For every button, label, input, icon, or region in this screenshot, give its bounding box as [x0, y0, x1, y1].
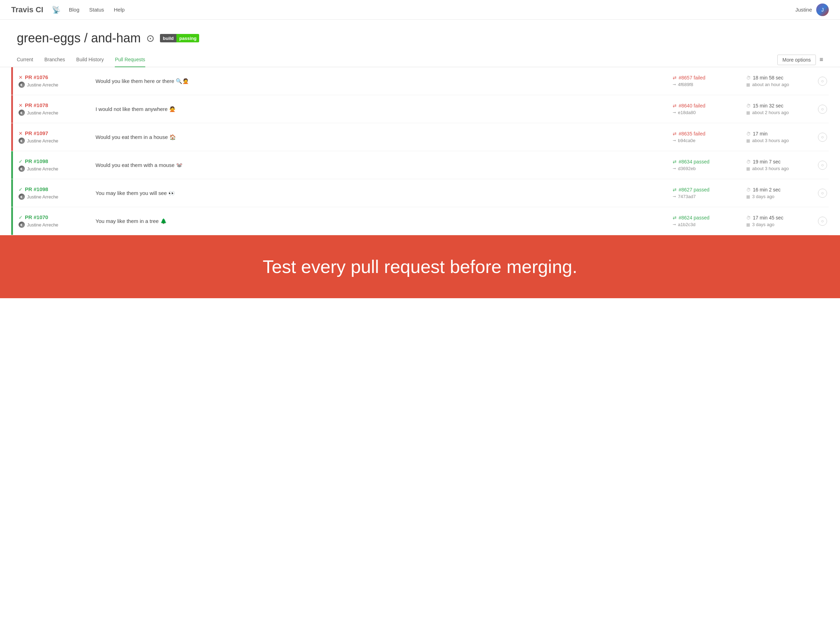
pr-number[interactable]: PR #1076	[25, 74, 48, 80]
pr-action-button[interactable]: ○	[818, 77, 827, 86]
pr-message: You may like them you will see 👀	[96, 190, 673, 196]
ago-value: about 3 hours ago	[752, 166, 789, 171]
pr-number[interactable]: PR #1098	[25, 186, 48, 192]
pr-build-label: #8640 failed	[679, 103, 705, 109]
pr-main: ✕ PR #1076 ◐ Justine Arreche Would you l…	[19, 67, 829, 95]
pr-number[interactable]: PR #1078	[25, 102, 48, 108]
pr-author-line: ◐ Justine Arreche	[19, 82, 96, 88]
pr-status-bar	[11, 151, 13, 179]
pr-build-number[interactable]: ⇄ #8627 passed	[673, 187, 746, 193]
pr-action-button[interactable]: ○	[818, 161, 827, 170]
pr-number[interactable]: PR #1098	[25, 158, 48, 164]
pr-build-number[interactable]: ⇄ #8624 passed	[673, 215, 746, 221]
pr-author-line: ◐ Justine Arreche	[19, 109, 96, 116]
username[interactable]: Justine	[795, 7, 812, 13]
pr-number[interactable]: PR #1097	[25, 130, 48, 136]
pr-time: ⏱ 15 min 32 sec ▦ about 2 hours ago	[746, 103, 816, 115]
pr-number-line: ✕ PR #1097	[19, 130, 96, 136]
nav-status[interactable]: Status	[89, 7, 104, 13]
pr-duration: ⏱ 17 min	[746, 131, 816, 136]
pr-build-label: #8657 failed	[679, 75, 705, 81]
pr-author-line: ◐ Justine Arreche	[19, 221, 96, 228]
pr-message: I would not like them anywhere 🙅	[96, 106, 673, 112]
pr-main: ✓ PR #1098 ◐ Justine Arreche You may lik…	[19, 179, 829, 207]
pr-build-number[interactable]: ⇄ #8640 failed	[673, 103, 746, 109]
pr-time: ⏱ 19 min 7 sec ▦ about 3 hours ago	[746, 159, 816, 171]
pr-status-bar	[11, 95, 13, 123]
pr-build-label: #8627 passed	[679, 187, 709, 193]
more-options-button[interactable]: More options	[777, 55, 816, 65]
github-icon[interactable]: ⊙	[146, 33, 154, 44]
author-avatar: ◐	[19, 194, 25, 200]
pr-status-bar	[11, 179, 13, 207]
pr-build-number[interactable]: ⇄ #8635 failed	[673, 131, 746, 136]
pr-number-line: ✓ PR #1098	[19, 186, 96, 192]
brand-name[interactable]: Travis CI	[11, 5, 43, 14]
tab-current[interactable]: Current	[17, 52, 33, 67]
pr-build-label: #8634 passed	[679, 159, 709, 164]
author-avatar: ◐	[19, 166, 25, 172]
pr-status-bar	[11, 67, 13, 95]
pr-status-icon: ✕	[19, 74, 23, 80]
repo-owner[interactable]: green-eggs	[17, 31, 81, 45]
commit-icon: ⊸	[673, 194, 676, 199]
tab-branches[interactable]: Branches	[44, 52, 65, 67]
pr-list: ✕ PR #1076 ◐ Justine Arreche Would you l…	[0, 67, 840, 235]
pr-duration: ⏱ 16 min 2 sec	[746, 187, 816, 193]
calendar-icon: ▦	[746, 138, 750, 143]
tab-build-history[interactable]: Build History	[76, 52, 104, 67]
commit-hash: a1b2c3d	[678, 222, 695, 227]
pr-main: ✓ PR #1098 ◐ Justine Arreche Would you e…	[19, 151, 829, 179]
pr-action-button[interactable]: ○	[818, 189, 827, 198]
pr-action-button[interactable]: ○	[818, 105, 827, 114]
pr-ago: ▦ about 3 hours ago	[746, 166, 816, 171]
nav-help[interactable]: Help	[114, 7, 125, 13]
repo-header: green-eggs / and-ham ⊙ build passing	[0, 20, 840, 52]
ago-value: about an hour ago	[752, 82, 789, 87]
pr-action: ○	[816, 161, 829, 170]
hamburger-icon[interactable]: ≡	[819, 56, 823, 63]
pr-duration: ⏱ 19 min 7 sec	[746, 159, 816, 164]
pr-action: ○	[816, 189, 829, 198]
promo-text: Test every pull request before merging.	[17, 256, 823, 277]
duration-value: 19 min 7 sec	[753, 159, 780, 164]
pr-row: ✓ PR #1098 ◐ Justine Arreche Would you e…	[11, 151, 829, 179]
badge-build-label: build	[160, 34, 177, 43]
calendar-icon: ▦	[746, 222, 750, 227]
pr-action: ○	[816, 133, 829, 142]
pr-message: You may like them in a tree 🌲	[96, 218, 673, 224]
pr-icon: ⇄	[673, 131, 677, 136]
avatar[interactable]: J	[816, 3, 829, 16]
pr-main: ✓ PR #1070 ◐ Justine Arreche You may lik…	[19, 207, 829, 235]
duration-value: 17 min	[753, 131, 767, 136]
pr-action-button[interactable]: ○	[818, 217, 827, 226]
pr-status-icon: ✕	[19, 103, 23, 108]
commit-icon: ⊸	[673, 138, 676, 143]
author-avatar: ◐	[19, 137, 25, 144]
pr-number-line: ✕ PR #1076	[19, 74, 96, 80]
pr-row: ✓ PR #1098 ◐ Justine Arreche You may lik…	[11, 179, 829, 207]
nav-blog[interactable]: Blog	[69, 7, 79, 13]
repo-name[interactable]: and-ham	[91, 31, 141, 45]
pr-build: ⇄ #8640 failed ⊸ e18da80	[673, 103, 746, 115]
promo-banner: Test every pull request before merging.	[0, 235, 840, 298]
navbar-right: Justine J	[795, 3, 829, 16]
ago-value: about 3 hours ago	[752, 138, 789, 143]
calendar-icon: ▦	[746, 82, 750, 87]
pr-author: Justine Arreche	[27, 110, 58, 115]
pr-action-button[interactable]: ○	[818, 133, 827, 142]
pr-build-number[interactable]: ⇄ #8657 failed	[673, 75, 746, 81]
calendar-icon: ▦	[746, 166, 750, 171]
pr-number-line: ✓ PR #1098	[19, 158, 96, 164]
repo-separator: /	[84, 31, 91, 45]
pr-commit: ⊸ a1b2c3d	[673, 222, 746, 227]
pr-build-number[interactable]: ⇄ #8634 passed	[673, 159, 746, 164]
pr-info: ✓ PR #1070 ◐ Justine Arreche	[19, 214, 96, 228]
pr-action: ○	[816, 77, 829, 86]
tab-pull-requests[interactable]: Pull Requests	[115, 52, 145, 67]
pr-number[interactable]: PR #1070	[25, 214, 48, 220]
pr-status-icon: ✓	[19, 159, 23, 164]
pr-status-icon: ✓	[19, 186, 23, 192]
pr-row: ✓ PR #1070 ◐ Justine Arreche You may lik…	[11, 207, 829, 235]
pr-author: Justine Arreche	[27, 194, 58, 199]
